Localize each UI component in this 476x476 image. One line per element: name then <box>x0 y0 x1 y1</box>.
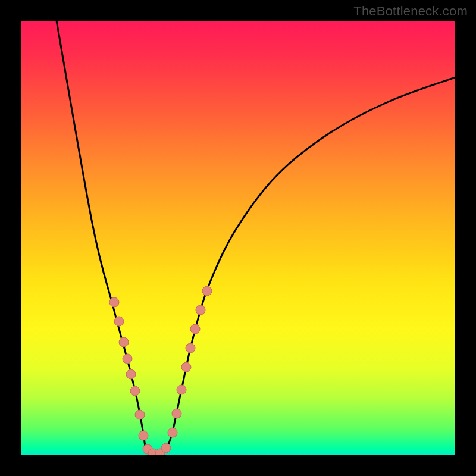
data-marker <box>130 386 140 396</box>
data-marker <box>126 369 136 379</box>
chart-frame: TheBottleneck.com <box>0 0 476 476</box>
bottleneck-curve <box>57 21 455 454</box>
data-marker <box>139 431 148 440</box>
data-marker <box>109 298 119 307</box>
data-marker <box>190 324 200 334</box>
data-marker <box>119 337 129 347</box>
marker-group <box>109 286 212 455</box>
data-marker <box>196 305 205 315</box>
data-marker <box>135 410 145 419</box>
curve-layer <box>21 21 455 455</box>
data-marker <box>172 409 181 418</box>
data-marker <box>202 286 212 296</box>
data-marker <box>161 443 171 453</box>
data-marker <box>168 428 177 437</box>
data-marker <box>114 317 124 326</box>
data-marker <box>186 343 195 353</box>
data-marker <box>123 354 132 364</box>
plot-area <box>21 21 455 455</box>
data-marker <box>181 362 191 372</box>
data-marker <box>177 385 186 394</box>
watermark-text: TheBottleneck.com <box>353 4 468 19</box>
